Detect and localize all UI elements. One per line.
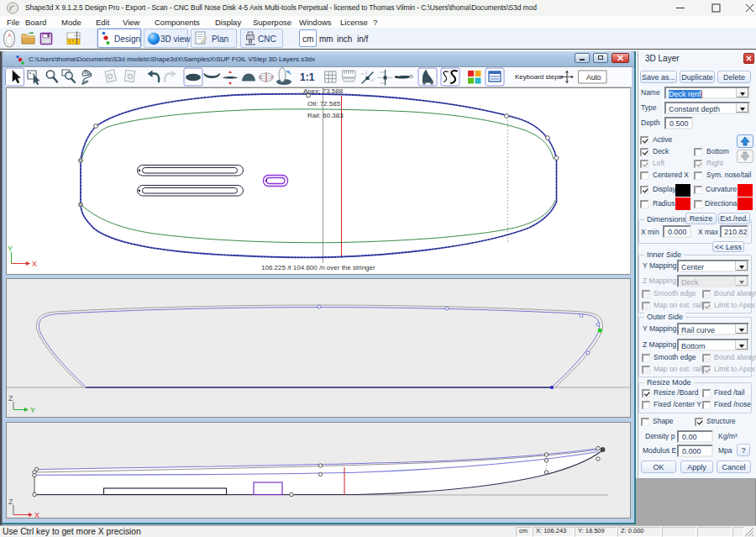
svg-text:Y: Y xyxy=(30,406,35,414)
svg-text:X: X xyxy=(32,260,37,268)
svg-text:Z: Z xyxy=(8,498,13,506)
svg-text:Apex: 73.588: Apex: 73.588 xyxy=(303,88,344,95)
svg-text:Z: Z xyxy=(8,394,13,403)
svg-text:Y: Y xyxy=(8,245,13,253)
svg-text:X: X xyxy=(34,511,39,518)
svg-text:1:1: 1:1 xyxy=(300,71,315,83)
svg-text:Otl: 72.585: Otl: 72.585 xyxy=(307,100,341,108)
svg-text:106.225 /t 104.600 /n over the: 106.225 /t 104.600 /n over the stringer xyxy=(261,264,375,271)
svg-text:Auto: Auto xyxy=(586,73,601,82)
svg-text:Rail: 60.383: Rail: 60.383 xyxy=(307,112,344,119)
svg-text:Keyboard steps: Keyboard steps xyxy=(515,73,562,81)
